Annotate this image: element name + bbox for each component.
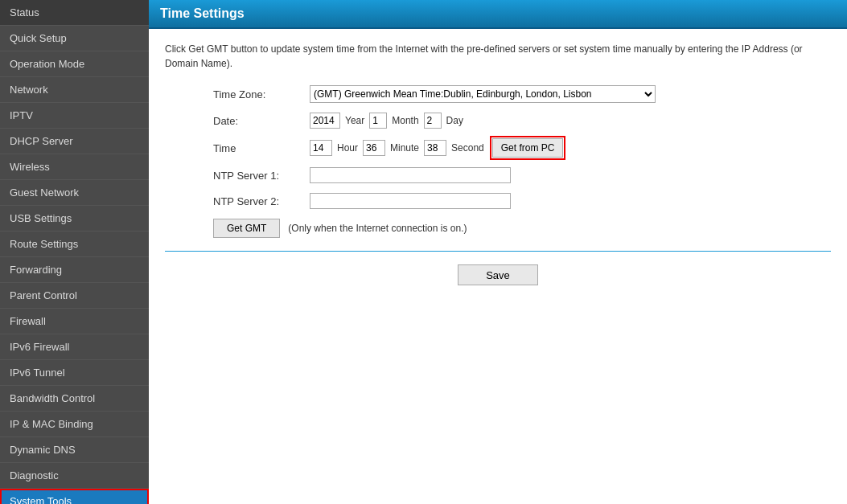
hour-input[interactable] <box>310 140 332 156</box>
ntp1-label: NTP Server 1: <box>213 170 310 182</box>
main-content: Time Settings Click Get GMT button to up… <box>149 0 847 504</box>
page-title: Time Settings <box>160 6 245 20</box>
timezone-controls: (GMT) Greenwich Mean Time:Dublin, Edinbu… <box>310 85 656 103</box>
sidebar: StatusQuick SetupOperation ModeNetworkIP… <box>0 0 149 504</box>
year-label: Year <box>345 115 364 126</box>
ntp1-controls <box>310 167 511 183</box>
divider <box>165 251 831 252</box>
sidebar-item-system-tools[interactable]: System Tools <box>0 489 149 504</box>
minute-label: Minute <box>390 142 419 154</box>
sidebar-item-guest-network[interactable]: Guest Network <box>0 180 149 206</box>
description: Click Get GMT button to update system ti… <box>165 42 831 71</box>
sidebar-item-route-settings[interactable]: Route Settings <box>0 232 149 257</box>
ntp1-row: NTP Server 1: <box>213 167 831 183</box>
timezone-label: Time Zone: <box>213 88 310 100</box>
sidebar-item-forwarding[interactable]: Forwarding <box>0 257 149 283</box>
sidebar-item-ipv6-firewall[interactable]: IPv6 Firewall <box>0 334 149 360</box>
sidebar-item-ip-mac-binding[interactable]: IP & MAC Binding <box>0 412 149 437</box>
date-controls: Year Month Day <box>310 113 465 129</box>
sidebar-item-wireless[interactable]: Wireless <box>0 154 149 180</box>
sidebar-item-iptv[interactable]: IPTV <box>0 103 149 129</box>
time-row: Time Hour Minute Second Get from PC <box>213 138 831 158</box>
sidebar-item-bandwidth-control[interactable]: Bandwidth Control <box>0 386 149 412</box>
sidebar-item-parent-control[interactable]: Parent Control <box>0 283 149 309</box>
sidebar-item-diagnostic[interactable]: Diagnostic <box>0 463 149 489</box>
day-label: Day <box>446 115 463 126</box>
ntp2-row: NTP Server 2: <box>213 193 831 209</box>
date-row: Date: Year Month Day <box>213 113 831 129</box>
sidebar-item-ipv6-tunnel[interactable]: IPv6 Tunnel <box>0 360 149 386</box>
year-input[interactable] <box>310 113 340 129</box>
sidebar-item-quick-setup[interactable]: Quick Setup <box>0 26 149 51</box>
get-from-pc-button[interactable]: Get from PC <box>492 138 564 158</box>
hour-label: Hour <box>337 142 358 154</box>
sidebar-item-status[interactable]: Status <box>0 0 149 26</box>
get-gmt-button[interactable]: Get GMT <box>213 219 280 238</box>
sidebar-item-dhcp-server[interactable]: DHCP Server <box>0 129 149 154</box>
ntp2-label: NTP Server 2: <box>213 195 310 207</box>
sidebar-item-operation-mode[interactable]: Operation Mode <box>0 51 149 77</box>
month-label: Month <box>392 115 418 126</box>
ntp1-input[interactable] <box>310 167 511 183</box>
month-input[interactable] <box>369 113 387 129</box>
get-gmt-hint: (Only when the Internet connection is on… <box>288 223 467 234</box>
content-area: Click Get GMT button to update system ti… <box>149 29 847 504</box>
timezone-select[interactable]: (GMT) Greenwich Mean Time:Dublin, Edinbu… <box>310 85 656 103</box>
ntp2-input[interactable] <box>310 193 511 209</box>
ntp2-controls <box>310 193 511 209</box>
settings-form: Time Zone: (GMT) Greenwich Mean Time:Dub… <box>213 85 831 238</box>
minute-input[interactable] <box>363 140 385 156</box>
day-input[interactable] <box>424 113 442 129</box>
sidebar-item-firewall[interactable]: Firewall <box>0 309 149 334</box>
sidebar-item-usb-settings[interactable]: USB Settings <box>0 206 149 232</box>
sidebar-item-dynamic-dns[interactable]: Dynamic DNS <box>0 437 149 463</box>
second-input[interactable] <box>424 140 446 156</box>
time-label: Time <box>213 142 310 154</box>
timezone-row: Time Zone: (GMT) Greenwich Mean Time:Dub… <box>213 85 831 103</box>
date-label: Date: <box>213 115 310 127</box>
second-label: Second <box>451 142 484 154</box>
save-row: Save <box>165 264 831 285</box>
sidebar-item-network[interactable]: Network <box>0 77 149 103</box>
save-button[interactable]: Save <box>458 264 538 285</box>
page-header: Time Settings <box>149 0 847 29</box>
time-controls: Hour Minute Second Get from PC <box>310 138 563 158</box>
get-gmt-row: Get GMT (Only when the Internet connecti… <box>213 219 831 238</box>
